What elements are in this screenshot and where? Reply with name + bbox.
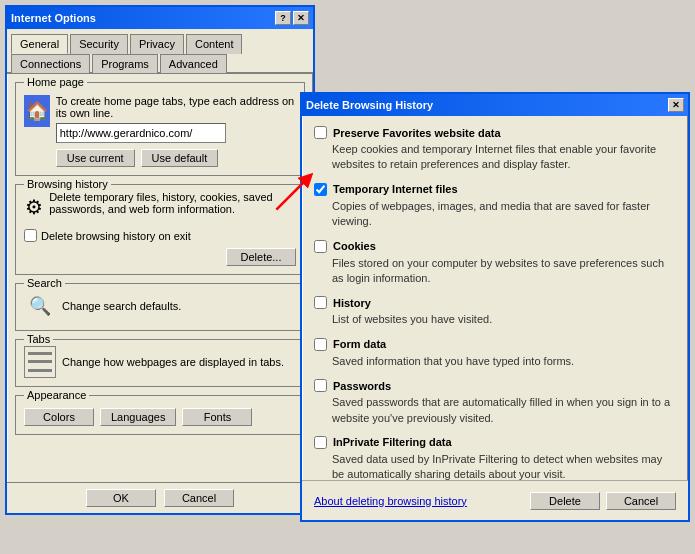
- temp-label: Temporary Internet files: [333, 183, 458, 195]
- delete-dialog-title-bar: Delete Browsing History ✕: [302, 94, 688, 116]
- url-input[interactable]: [56, 123, 226, 143]
- history-item-formdata: Form data Saved information that you hav…: [314, 338, 676, 369]
- inprivate-checkbox[interactable]: [314, 436, 327, 449]
- tab-advanced[interactable]: Advanced: [160, 54, 227, 73]
- dialog-footer-right: Delete Cancel: [530, 492, 676, 510]
- appearance-label: Appearance: [24, 389, 89, 401]
- formdata-desc: Saved information that you have typed in…: [332, 354, 676, 369]
- close-button[interactable]: ✕: [293, 11, 309, 25]
- delete-dialog-controls: ✕: [668, 98, 684, 112]
- history-item-inprivate: InPrivate Filtering data Saved data used…: [314, 436, 676, 480]
- red-arrow-indicator: [268, 168, 318, 218]
- tabs-row: Change how webpages are displayed in tab…: [24, 346, 296, 378]
- inprivate-header: InPrivate Filtering data: [314, 436, 676, 449]
- delete-button[interactable]: Delete...: [226, 248, 296, 266]
- internet-options-title: Internet Options: [11, 12, 96, 24]
- fonts-button[interactable]: Fonts: [182, 408, 252, 426]
- colors-button[interactable]: Colors: [24, 408, 94, 426]
- passwords-header: Passwords: [314, 379, 676, 392]
- delete-dialog-window: Delete Browsing History ✕ Preserve Favor…: [300, 92, 690, 522]
- ok-button[interactable]: OK: [86, 489, 156, 507]
- tab-privacy[interactable]: Privacy: [130, 34, 184, 54]
- internet-options-title-bar: Internet Options ? ✕: [7, 7, 313, 29]
- cookies-header: Cookies: [314, 240, 676, 253]
- tab-bar: General Security Privacy Content Connect…: [7, 29, 313, 74]
- search-desc: Change search defaults.: [62, 300, 181, 312]
- inprivate-label: InPrivate Filtering data: [333, 436, 452, 448]
- history-item-preserve: Preserve Favorites website data Keep coo…: [314, 126, 676, 173]
- browsing-history-row: ⚙ Delete temporary files, history, cooki…: [24, 191, 296, 223]
- tabs-section-label: Tabs: [24, 333, 53, 345]
- preserve-checkbox[interactable]: [314, 126, 327, 139]
- home-page-btns: Use current Use default: [56, 149, 296, 167]
- delete-btn-row: Delete...: [24, 248, 296, 266]
- history-label: History: [333, 297, 371, 309]
- delete-on-exit-label: Delete browsing history on exit: [41, 230, 191, 242]
- delete-dialog-footer: About deleting browsing history Delete C…: [302, 480, 688, 520]
- cookies-checkbox[interactable]: [314, 240, 327, 253]
- internet-options-footer: OK Cancel: [7, 482, 313, 513]
- tab-programs[interactable]: Programs: [92, 54, 158, 73]
- browsing-history-label: Browsing history: [24, 178, 111, 190]
- tab-content[interactable]: Content: [186, 34, 243, 54]
- cancel-button[interactable]: Cancel: [164, 489, 234, 507]
- preserve-header: Preserve Favorites website data: [314, 126, 676, 139]
- search-icon: 🔍: [24, 290, 56, 322]
- temp-desc: Copies of webpages, images, and media th…: [332, 199, 676, 230]
- appearance-btns: Colors Languages Fonts: [24, 408, 296, 426]
- history-item-temp: Temporary Internet files Copies of webpa…: [314, 183, 676, 230]
- history-item-history: History List of websites you have visite…: [314, 296, 676, 327]
- help-button[interactable]: ?: [275, 11, 291, 25]
- cookies-desc: Files stored on your computer by website…: [332, 256, 676, 287]
- title-bar-controls: ? ✕: [275, 11, 309, 25]
- home-icon: 🏠: [24, 95, 50, 127]
- svg-line-1: [276, 178, 308, 210]
- delete-dialog-title: Delete Browsing History: [306, 99, 433, 111]
- appearance-group: Appearance Colors Languages Fonts: [15, 395, 305, 435]
- delete-confirm-button[interactable]: Delete: [530, 492, 600, 510]
- tabs-desc: Change how webpages are displayed in tab…: [62, 356, 284, 368]
- delete-on-exit-checkbox[interactable]: [24, 229, 37, 242]
- delete-dialog-close-button[interactable]: ✕: [668, 98, 684, 112]
- formdata-label: Form data: [333, 338, 386, 350]
- home-page-group: Home page 🏠 To create home page tabs, ty…: [15, 82, 305, 176]
- history-checkbox[interactable]: [314, 296, 327, 309]
- home-page-label: Home page: [24, 76, 87, 88]
- passwords-checkbox[interactable]: [314, 379, 327, 392]
- preserve-desc: Keep cookies and temporary Internet file…: [332, 142, 676, 173]
- tabs-icon: [24, 346, 56, 378]
- inprivate-desc: Saved data used by InPrivate Filtering t…: [332, 452, 676, 480]
- languages-button[interactable]: Languages: [100, 408, 176, 426]
- formdata-header: Form data: [314, 338, 676, 351]
- about-link[interactable]: About deleting browsing history: [314, 495, 467, 507]
- history-desc: List of websites you have visited.: [332, 312, 676, 327]
- passwords-label: Passwords: [333, 380, 391, 392]
- use-default-button[interactable]: Use default: [141, 149, 219, 167]
- use-current-button[interactable]: Use current: [56, 149, 135, 167]
- home-page-right: To create home page tabs, type each addr…: [56, 95, 296, 167]
- passwords-desc: Saved passwords that are automatically f…: [332, 395, 676, 426]
- delete-cancel-button[interactable]: Cancel: [606, 492, 676, 510]
- preserve-label: Preserve Favorites website data: [333, 127, 501, 139]
- tabs-section-group: Tabs Change how webpages are displayed i…: [15, 339, 305, 387]
- gear-icon: ⚙: [24, 191, 43, 223]
- cookies-label: Cookies: [333, 240, 376, 252]
- tab-security[interactable]: Security: [70, 34, 128, 54]
- tab-content-area: Home page 🏠 To create home page tabs, ty…: [7, 74, 313, 451]
- history-header: History: [314, 296, 676, 309]
- history-item-cookies: Cookies Files stored on your computer by…: [314, 240, 676, 287]
- internet-options-window: Internet Options ? ✕ General Security Pr…: [5, 5, 315, 515]
- formdata-checkbox[interactable]: [314, 338, 327, 351]
- dialog-content: Preserve Favorites website data Keep coo…: [302, 116, 688, 480]
- search-group: Search 🔍 Change search defaults.: [15, 283, 305, 331]
- tab-general[interactable]: General: [11, 34, 68, 54]
- browsing-history-text: Delete temporary files, history, cookies…: [49, 191, 296, 215]
- search-row: 🔍 Change search defaults.: [24, 290, 296, 322]
- tab-connections[interactable]: Connections: [11, 54, 90, 73]
- home-page-desc: To create home page tabs, type each addr…: [56, 95, 296, 119]
- home-page-row: 🏠 To create home page tabs, type each ad…: [24, 95, 296, 167]
- search-label: Search: [24, 277, 65, 289]
- browsing-history-group: Browsing history ⚙ Delete temporary file…: [15, 184, 305, 275]
- delete-on-exit-row: Delete browsing history on exit: [24, 229, 296, 242]
- history-item-passwords: Passwords Saved passwords that are autom…: [314, 379, 676, 426]
